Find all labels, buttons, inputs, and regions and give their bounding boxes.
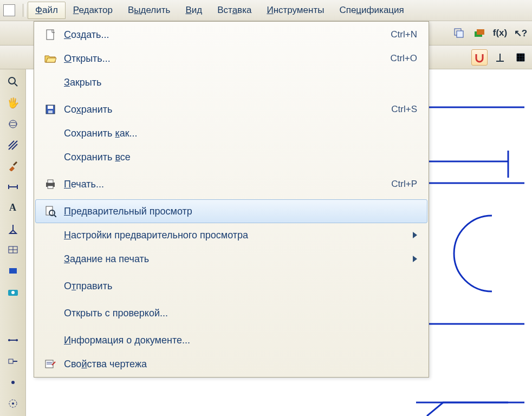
svg-point-20 — [11, 381, 15, 384]
svg-point-14 — [11, 291, 15, 294]
rect-icon[interactable] — [6, 265, 20, 277]
menu-item-print[interactable]: Печать... Ctrl+P — [35, 172, 427, 196]
svg-point-6 — [9, 120, 17, 128]
left-toolbar: 🖐 A — [0, 69, 26, 416]
preview-icon — [41, 205, 60, 218]
circle-select-icon[interactable] — [6, 397, 20, 410]
marker-icon[interactable] — [6, 223, 20, 235]
svg-point-4 — [9, 77, 15, 84]
menu-item-print-job[interactable]: Задание на печать — [35, 247, 427, 271]
svg-point-16 — [8, 339, 10, 341]
printer-icon — [41, 178, 60, 191]
svg-rect-36 — [48, 110, 53, 113]
menu-item-saveall[interactable]: Сохранить все — [35, 145, 427, 169]
submenu-arrow-icon — [413, 256, 417, 262]
menu-item-open-check[interactable]: Открыть с проверкой... — [35, 301, 427, 325]
menu-insert[interactable]: Вставка — [210, 2, 259, 19]
layers-icon[interactable] — [471, 25, 488, 41]
link-line-icon[interactable] — [6, 334, 20, 347]
menu-view[interactable]: Вид — [178, 2, 210, 19]
app-icon — [3, 4, 15, 16]
submenu-arrow-icon — [413, 232, 417, 238]
svg-point-7 — [9, 122, 17, 126]
camera-icon[interactable] — [6, 285, 20, 298]
help-pointer-icon[interactable]: ↖? — [512, 25, 529, 41]
orbit-icon[interactable] — [6, 118, 20, 130]
hand-icon[interactable]: 🖐 — [6, 97, 20, 109]
svg-rect-18 — [9, 359, 13, 363]
svg-rect-39 — [48, 186, 53, 188]
menu-select[interactable]: Выделить — [120, 2, 178, 19]
menu-item-properties[interactable]: Свойства чертежа — [35, 352, 427, 376]
shortcut: Ctrl+N — [391, 29, 417, 40]
hatch-icon[interactable] — [6, 139, 20, 151]
grid-icon[interactable] — [512, 49, 529, 66]
magnet-icon[interactable] — [471, 49, 488, 66]
svg-line-42 — [54, 215, 56, 217]
menubar: Файл Редактор Выделить Вид Вставка Инстр… — [0, 0, 532, 21]
brush-icon[interactable] — [6, 160, 20, 172]
svg-point-22 — [12, 402, 14, 405]
menu-file[interactable]: Файл — [28, 2, 66, 19]
svg-point-17 — [16, 339, 18, 341]
svg-rect-35 — [48, 106, 53, 109]
svg-rect-12 — [9, 268, 17, 274]
new-file-icon — [41, 28, 60, 41]
floppy-icon — [41, 103, 60, 116]
menu-item-saveas[interactable]: Сохранить как... — [35, 121, 427, 145]
text-a-icon[interactable]: A — [6, 202, 20, 214]
svg-line-8 — [14, 162, 17, 165]
toolbar-separator — [23, 4, 25, 17]
menu-file-dropdown: Создать... Ctrl+N Открыть... Ctrl+O Закр… — [34, 21, 429, 378]
zoom-icon[interactable] — [6, 76, 20, 88]
table-icon[interactable] — [6, 244, 20, 256]
menu-item-save[interactable]: Сохранить Ctrl+S — [35, 98, 427, 121]
shortcut: Ctrl+P — [391, 179, 417, 190]
properties-icon — [41, 358, 60, 370]
perpendicular-icon[interactable] — [492, 49, 508, 66]
menu-editor[interactable]: Редактор — [66, 2, 120, 19]
dot-icon[interactable] — [6, 376, 20, 389]
open-folder-icon — [41, 52, 60, 65]
fx-icon[interactable]: f(x) — [492, 25, 508, 41]
menu-item-doc-info[interactable]: Информация о документе... — [35, 328, 427, 352]
menu-tools[interactable]: Инструменты — [259, 2, 332, 19]
menu-item-preview[interactable]: Предварительный просмотр — [35, 199, 427, 223]
shortcut: Ctrl+S — [391, 104, 417, 115]
svg-rect-1 — [457, 31, 463, 37]
measure-icon[interactable] — [6, 181, 20, 193]
menu-item-open[interactable]: Открыть... Ctrl+O — [35, 47, 427, 70]
svg-line-5 — [15, 83, 17, 86]
menu-item-preview-settings[interactable]: Настройки предварительного просмотра — [35, 223, 427, 247]
menu-item-send[interactable]: Отправить — [35, 274, 427, 298]
svg-rect-3 — [477, 29, 484, 35]
menu-item-close[interactable]: Закрыть — [35, 70, 427, 94]
menu-item-new[interactable]: Создать... Ctrl+N — [35, 23, 427, 47]
svg-rect-33 — [47, 30, 54, 40]
svg-rect-38 — [48, 180, 53, 183]
socket-icon[interactable] — [6, 355, 20, 368]
shortcut: Ctrl+O — [390, 53, 417, 64]
copy-object-icon[interactable] — [451, 25, 467, 41]
menu-spec[interactable]: Спецификация — [332, 2, 411, 19]
